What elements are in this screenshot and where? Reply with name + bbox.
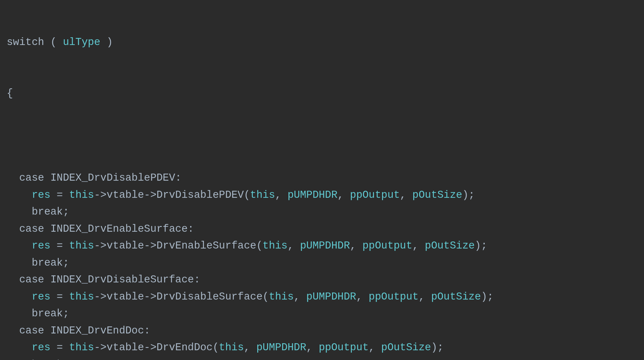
paren-close: ); [431,342,443,353]
semicolon: ; [63,206,69,218]
keyword-break: break [32,257,63,269]
operator-arrow: -> [144,342,156,353]
arg-this: this [219,342,244,353]
paren-open: ( [263,291,269,303]
code-line[interactable]: res = this->vtable->DrvDisableSurface(th… [0,288,644,306]
arg-this: this [250,189,275,201]
paren-open: ( [256,240,263,252]
semicolon: ; [63,257,69,269]
paren-open: ( [244,189,250,201]
arg-poutsize: pOutSize [425,240,475,252]
paren-close: ) [107,36,113,48]
operator-arrow: -> [144,189,156,201]
method-name: DrvDisableSurface [157,291,263,303]
keyword-case: case [19,274,44,285]
code-line[interactable]: case INDEX_DrvDisableSurface: [0,271,644,288]
comma: , [244,342,256,353]
arg-pumpdhdr: pUMPDHDR [256,342,306,353]
identifier-this: this [69,291,94,303]
comma: , [294,291,306,303]
identifier-vtable: vtable [107,291,144,303]
operator-arrow: -> [94,189,106,201]
keyword-break: break [32,359,63,360]
comma: , [275,189,287,201]
identifier-vtable: vtable [107,240,144,252]
comma: , [419,291,431,303]
code-line[interactable]: break; [0,356,644,360]
code-line[interactable]: res = this->vtable->DrvEnableSurface(thi… [0,237,644,255]
operator-arrow: -> [94,342,106,353]
method-name: DrvEnableSurface [157,240,257,252]
semicolon: ; [63,359,69,360]
comma: , [287,240,300,252]
arg-ppoutput: ppOutput [350,189,400,201]
paren-open: ( [44,36,57,48]
identifier-res: res [32,189,50,201]
comma: , [412,240,425,252]
comma: , [356,291,369,303]
code-editor[interactable]: switch ( ulType ) { case INDEX_DrvDisabl… [0,0,644,360]
code-line[interactable]: { [0,85,644,102]
colon: : [194,274,200,285]
comma: , [350,240,362,252]
keyword-case: case [19,172,44,184]
arg-pumpdhdr: pUMPDHDR [300,240,350,252]
identifier-this: this [69,342,94,353]
keyword-case: case [19,223,44,235]
code-line[interactable]: break; [0,305,644,322]
identifier-vtable: vtable [107,342,144,353]
identifier-ultype: ulType [57,36,107,48]
arg-pumpdhdr: pUMPDHDR [287,189,337,201]
paren-close: ); [475,240,487,252]
arg-ppoutput: ppOutput [319,342,369,353]
comma: , [369,342,381,353]
operator-arrow: -> [94,291,106,303]
identifier-vtable: vtable [107,189,144,201]
keyword-break: break [32,308,63,319]
paren-open: ( [213,342,219,353]
code-line[interactable]: res = this->vtable->DrvDisablePDEV(this,… [0,187,644,204]
operator-arrow: -> [144,291,156,303]
operator-assign: = [50,342,69,353]
operator-assign: = [50,240,69,252]
arg-pumpdhdr: pUMPDHDR [306,291,356,303]
arg-this: this [269,291,293,303]
code-line[interactable]: case INDEX_DrvEndDoc: [0,322,644,340]
arg-ppoutput: ppOutput [369,291,419,303]
identifier-this: this [69,240,94,252]
comma: , [337,189,350,201]
code-line[interactable]: case INDEX_DrvDisablePDEV: [0,170,644,187]
code-line[interactable]: switch ( ulType ) [0,34,644,51]
keyword-switch: switch [7,36,44,48]
semicolon: ; [63,308,69,319]
arg-ppoutput: ppOutput [362,240,412,252]
paren-close: ); [462,189,475,201]
index-constant: INDEX_DrvDisableSurface [44,274,194,285]
index-constant: INDEX_DrvEnableSurface [44,223,188,235]
index-constant: INDEX_DrvEndDoc [44,325,144,336]
identifier-res: res [32,240,50,252]
brace-open: { [7,87,13,99]
operator-assign: = [50,189,69,201]
code-line[interactable]: break; [0,255,644,272]
comma: , [306,342,319,353]
colon: : [144,325,150,336]
colon: : [175,172,181,184]
code-line[interactable]: break; [0,204,644,221]
arg-poutsize: pOutSize [431,291,481,303]
comma: , [400,189,412,201]
identifier-res: res [32,291,50,303]
arg-this: this [263,240,287,252]
colon: : [188,223,194,235]
operator-arrow: -> [144,240,156,252]
arg-poutsize: pOutSize [381,342,431,353]
identifier-this: this [69,189,94,201]
method-name: DrvDisablePDEV [157,189,244,201]
code-line[interactable]: res = this->vtable->DrvEndDoc(this, pUMP… [0,339,644,356]
code-line[interactable]: case INDEX_DrvEnableSurface: [0,221,644,238]
keyword-case: case [19,325,44,336]
operator-arrow: -> [94,240,106,252]
method-name: DrvEndDoc [157,342,213,353]
paren-close: ); [481,291,493,303]
identifier-res: res [32,342,50,353]
